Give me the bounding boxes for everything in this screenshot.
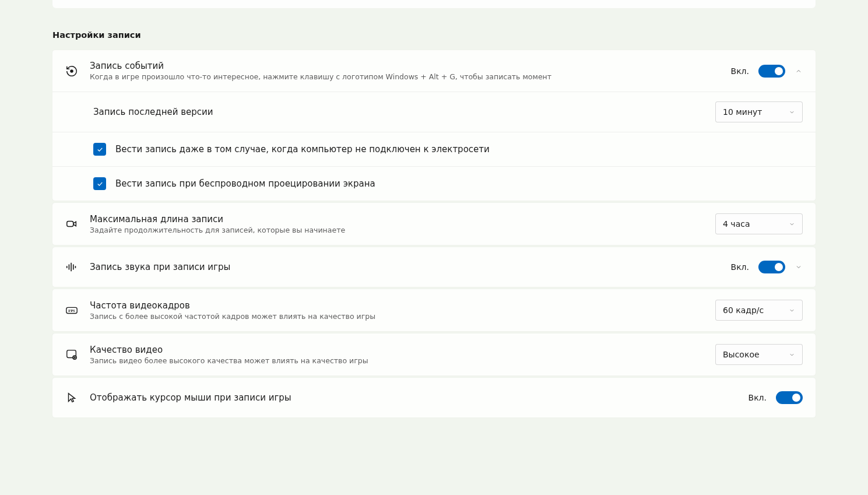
max-length-subtitle: Задайте продолжительность для записей, к… xyxy=(90,226,715,234)
audio-state: Вкл. xyxy=(731,262,749,272)
capture-events-subtitle: Когда в игре произошло что-то интересное… xyxy=(90,72,731,81)
framerate-title: Частота видеокадров xyxy=(90,300,715,311)
collapse-button[interactable] xyxy=(795,67,803,75)
video-camera-icon xyxy=(65,217,90,230)
battery-checkbox-label: Вести запись даже в том случае, когда ко… xyxy=(115,144,490,155)
audio-expand-button[interactable] xyxy=(795,263,803,271)
wireless-checkbox-row: Вести запись при беспроводном проецирова… xyxy=(52,166,816,201)
framerate-card: FPS Частота видеокадров Запись с более в… xyxy=(52,289,816,331)
audio-row[interactable]: Запись звука при записи игры Вкл. xyxy=(52,247,816,287)
cursor-row[interactable]: Отображать курсор мыши при записи игры В… xyxy=(52,378,816,417)
quality-row[interactable]: Качество видео Запись видео более высоко… xyxy=(52,333,816,375)
capture-events-state: Вкл. xyxy=(731,66,749,76)
battery-checkbox-row: Вести запись даже в том случае, когда ко… xyxy=(52,132,816,166)
fps-icon: FPS xyxy=(65,304,90,317)
quality-title: Качество видео xyxy=(90,345,715,355)
framerate-select[interactable]: 60 кадр/с xyxy=(715,300,803,321)
last-version-select[interactable]: 10 минут xyxy=(715,101,803,122)
battery-checkbox[interactable] xyxy=(93,143,106,156)
quality-select[interactable]: Высокое xyxy=(715,344,803,365)
chevron-down-icon xyxy=(795,264,802,271)
capture-events-toggle[interactable] xyxy=(758,65,785,78)
cursor-card: Отображать курсор мыши при записи игры В… xyxy=(52,378,816,417)
check-icon xyxy=(96,146,104,153)
last-version-label: Запись последней версии xyxy=(93,107,715,117)
last-version-value: 10 минут xyxy=(723,107,762,117)
max-length-title: Максимальная длина записи xyxy=(90,214,715,224)
framerate-value: 60 кадр/с xyxy=(723,306,764,315)
history-icon xyxy=(65,65,90,78)
cursor-toggle[interactable] xyxy=(776,391,803,404)
max-length-row[interactable]: Максимальная длина записи Задайте продол… xyxy=(52,203,816,245)
audio-title: Запись звука при записи игры xyxy=(90,262,731,272)
check-icon xyxy=(96,180,104,188)
max-length-value: 4 часа xyxy=(723,219,750,229)
framerate-subtitle: Запись с более высокой частотой кадров м… xyxy=(90,312,715,321)
chevron-down-icon xyxy=(789,109,795,115)
audio-card: Запись звука при записи игры Вкл. xyxy=(52,247,816,287)
max-length-select[interactable]: 4 часа xyxy=(715,213,803,234)
wireless-checkbox-label: Вести запись при беспроводном проецирова… xyxy=(115,178,375,189)
max-length-card: Максимальная длина записи Задайте продол… xyxy=(52,203,816,245)
audio-waveform-icon xyxy=(65,261,90,273)
svg-text:FPS: FPS xyxy=(68,308,75,313)
chevron-down-icon xyxy=(789,352,795,358)
cursor-title: Отображать курсор мыши при записи игры xyxy=(90,392,748,403)
svg-point-0 xyxy=(70,69,73,73)
wireless-checkbox[interactable] xyxy=(93,177,106,190)
quality-value: Высокое xyxy=(723,350,760,359)
chevron-down-icon xyxy=(789,221,795,227)
quality-card: Качество видео Запись видео более высоко… xyxy=(52,333,816,375)
quality-gear-icon xyxy=(65,348,90,361)
cursor-icon xyxy=(65,391,90,404)
top-card-edge xyxy=(52,0,816,8)
chevron-up-icon xyxy=(795,68,802,75)
svg-rect-1 xyxy=(67,221,73,226)
framerate-row[interactable]: FPS Частота видеокадров Запись с более в… xyxy=(52,289,816,331)
quality-subtitle: Запись видео более высокого качества мож… xyxy=(90,356,715,365)
capture-events-title: Запись событий xyxy=(90,61,731,71)
capture-events-header[interactable]: Запись событий Когда в игре произошло чт… xyxy=(52,50,816,92)
audio-toggle[interactable] xyxy=(758,261,785,273)
cursor-state: Вкл. xyxy=(748,393,767,402)
capture-events-card: Запись событий Когда в игре произошло чт… xyxy=(52,50,816,201)
chevron-down-icon xyxy=(789,307,795,314)
section-title: Настройки записи xyxy=(52,30,816,40)
last-version-row: Запись последней версии 10 минут xyxy=(52,92,816,132)
